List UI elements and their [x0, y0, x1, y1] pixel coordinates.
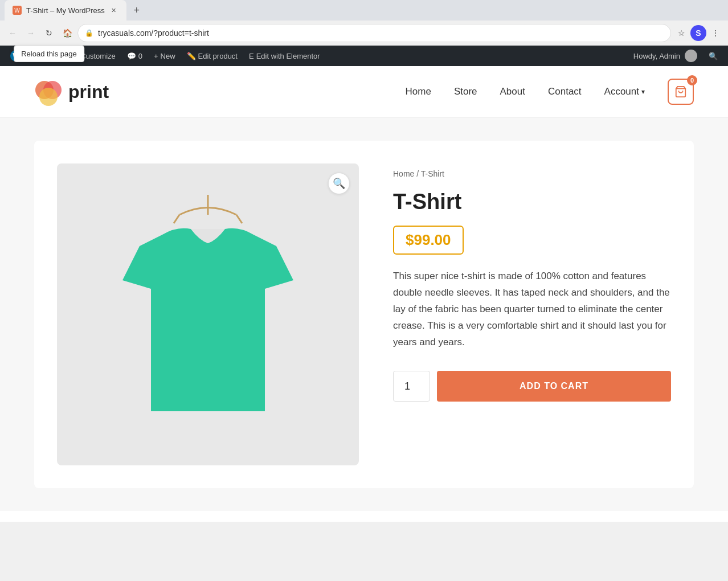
- edit-elementor-label: Edit with Elementor: [256, 52, 320, 60]
- product-image-wrap: 🔍: [57, 163, 359, 465]
- back-button[interactable]: ←: [5, 25, 21, 41]
- profile-button[interactable]: S: [690, 25, 706, 41]
- magnify-icon: 🔍: [333, 177, 345, 190]
- active-tab[interactable]: W T-Shirt – My WordPress ✕: [5, 0, 126, 21]
- nav-contact[interactable]: Contact: [548, 86, 582, 97]
- wp-search-item[interactable]: 🔍: [703, 46, 723, 66]
- site-nav: Home Store About Contact Account ▾ 0: [406, 79, 694, 105]
- navigation-bar: ← → ↻ Reload this page 🏠 🔒 trycasuals.co…: [0, 21, 728, 46]
- nav-store[interactable]: Store: [454, 86, 477, 97]
- magnify-button[interactable]: 🔍: [328, 173, 350, 194]
- reload-button[interactable]: ↻: [41, 25, 57, 41]
- tab-close-button[interactable]: ✕: [109, 6, 118, 15]
- bookmark-button[interactable]: ☆: [673, 25, 689, 41]
- howdy-label: Howdy, Admin: [633, 52, 680, 60]
- new-tab-button[interactable]: +: [129, 2, 145, 18]
- main-content: 🔍: [0, 118, 728, 511]
- menu-button[interactable]: ⋮: [707, 25, 723, 41]
- site-header: print Home Store About Contact Account ▾: [0, 66, 728, 118]
- svg-line-5: [174, 215, 179, 223]
- product-details: Home / T-Shirt T-Shirt $99.00 This super…: [393, 163, 671, 465]
- elementor-icon: E: [249, 52, 254, 60]
- product-card: 🔍: [34, 141, 694, 488]
- svg-point-2: [39, 88, 58, 106]
- tshirt-image: [88, 183, 328, 445]
- cart-icon: [674, 85, 687, 98]
- new-item[interactable]: + New: [148, 46, 181, 66]
- admin-avatar: [685, 50, 697, 62]
- howdy-item[interactable]: Howdy, Admin: [628, 46, 703, 66]
- comments-item[interactable]: 💬 0: [121, 46, 148, 66]
- breadcrumb-separator: /: [416, 169, 419, 178]
- tab-bar: W T-Shirt – My WordPress ✕ +: [0, 0, 728, 21]
- url-text: trycasuals.com/?product=t-shirt: [98, 28, 664, 38]
- browser-right-icons: ☆ S ⋮: [673, 25, 723, 41]
- wp-admin-right: Howdy, Admin 🔍: [628, 46, 723, 66]
- comments-icon: 💬: [127, 52, 136, 60]
- address-bar[interactable]: 🔒 trycasuals.com/?product=t-shirt: [77, 24, 671, 42]
- svg-line-6: [236, 215, 242, 223]
- reload-tooltip: Reload this page: [14, 46, 84, 62]
- product-description: This super nice t-shirt is made of 100% …: [393, 268, 671, 350]
- home-button[interactable]: 🏠: [59, 25, 75, 41]
- breadcrumb-current: T-Shirt: [421, 169, 444, 178]
- site-wrapper: print Home Store About Contact Account ▾: [0, 66, 728, 522]
- product-title: T-Shirt: [393, 190, 671, 214]
- product-image-box: 🔍: [57, 163, 359, 465]
- comments-count: 0: [138, 52, 142, 60]
- edit-elementor-item[interactable]: E Edit with Elementor: [243, 46, 326, 66]
- price-badge: $99.00: [393, 226, 464, 255]
- edit-product-item[interactable]: ✏️ Edit product: [181, 46, 243, 66]
- nav-account[interactable]: Account ▾: [604, 86, 645, 97]
- site-logo[interactable]: print: [34, 77, 109, 106]
- cart-button[interactable]: 0: [668, 79, 694, 105]
- tab-title: T-Shirt – My WordPress: [26, 6, 105, 15]
- search-icon: 🔍: [709, 52, 718, 60]
- breadcrumb-home[interactable]: Home: [393, 169, 414, 178]
- edit-icon: ✏️: [187, 52, 196, 60]
- logo-text: print: [68, 81, 109, 103]
- new-label: New: [161, 52, 175, 60]
- cart-count: 0: [687, 75, 697, 85]
- logo-icon: [34, 77, 63, 106]
- add-to-cart-row: ADD TO CART: [393, 371, 671, 402]
- wp-admin-bar: W My W... 🎨 Customize 💬 0 + New ✏️ Edit …: [0, 46, 728, 66]
- account-chevron-icon: ▾: [641, 88, 645, 96]
- breadcrumb: Home / T-Shirt: [393, 169, 671, 178]
- reload-container: ↻ Reload this page: [41, 25, 57, 41]
- quantity-input[interactable]: [393, 371, 430, 402]
- new-icon: +: [154, 52, 158, 60]
- browser-window: W T-Shirt – My WordPress ✕ + ← → ↻ Reloa…: [0, 0, 728, 522]
- nav-about[interactable]: About: [500, 86, 525, 97]
- edit-product-label: Edit product: [198, 52, 238, 60]
- customize-label: Customize: [80, 52, 115, 60]
- lock-icon: 🔒: [85, 29, 93, 37]
- forward-button[interactable]: →: [23, 25, 39, 41]
- tab-favicon: W: [13, 6, 22, 15]
- add-to-cart-button[interactable]: ADD TO CART: [437, 371, 671, 402]
- nav-home[interactable]: Home: [406, 86, 431, 97]
